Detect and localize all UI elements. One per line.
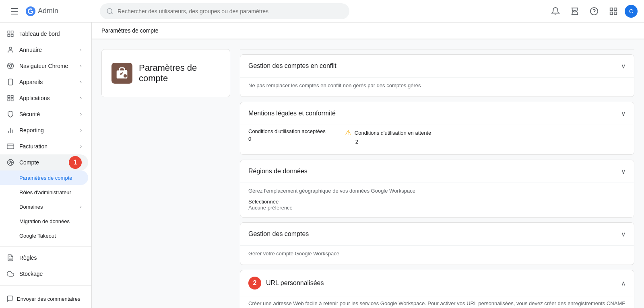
shield-icon [6,110,14,118]
panel-regions-body: Gérez l'emplacement géographique de vos … [240,183,634,217]
main-layout: Tableau de bord Annuaire › Navigateur Ch… [0,23,644,308]
panel-url: 2 URL personnalisées ∧ Créer une adresse… [240,270,634,308]
chrome-icon [6,62,14,70]
feedback-button[interactable]: Envoyer des commentaires [6,292,85,306]
chevron-right-icon: › [80,127,82,133]
account-card-title: Paramètres de compte [139,63,220,84]
panel-gestion-header[interactable]: Gestion des comptes ∨ [240,223,634,245]
account-icon [6,158,14,166]
svg-rect-10 [614,12,617,14]
url-desc: Créer une adresse Web facile à retenir p… [248,296,626,308]
panel-regions-desc: Gérez l'emplacement géographique de vos … [248,183,626,195]
panel-gestion-title: Gestion des comptes [248,230,309,238]
warning-row: ⚠ Conditions d'utilisation en attente [345,128,431,137]
mentions-row: Conditions d'utilisation acceptées 0 ⚠ C… [248,125,626,148]
chevron-down-icon: ∨ [621,168,626,175]
rule-icon [6,254,14,262]
cloud-icon [6,270,14,278]
chevron-right-icon: › [80,95,82,101]
sidebar-item-securite[interactable]: Sécurité › [0,106,88,122]
panel-conflit-title: Gestion des comptes en conflit [248,62,336,70]
sidebar-label-applications: Applications [19,95,75,101]
panel-mentions-title: Mentions légales et conformité [248,110,336,117]
briefcase-gear-icon [116,67,128,80]
compte-badge: 1 [69,156,82,169]
svg-rect-11 [8,31,10,33]
url-badge: 2 [248,277,261,290]
menu-button[interactable] [6,3,23,19]
panel-gestion: Gestion des comptes ∨ Gérer votre compte… [240,222,634,265]
svg-rect-25 [8,99,10,101]
svg-rect-7 [610,8,613,10]
page-title: Paramètres de compte [101,27,634,34]
panel-regions-header[interactable]: Régions de données ∨ [240,160,634,183]
accepted-value: 0 [248,136,326,142]
hourglass-icon [570,7,579,16]
search-input[interactable] [118,8,343,14]
svg-rect-12 [11,31,13,33]
google-logo-icon [26,6,35,16]
sidebar-sub-roles[interactable]: Rôles d'administrateur [0,185,88,199]
panel-regions-title: Régions de données [248,168,308,175]
chevron-up-icon: ∧ [621,279,626,287]
page-header: Paramètres de compte [92,23,644,39]
panel-url-body: Créer une adresse Web facile à retenir p… [240,296,634,308]
sidebar-item-annuaire[interactable]: Annuaire › [0,42,88,58]
chevron-right-icon: › [80,79,82,85]
chevron-down-icon: ∨ [621,110,626,117]
svg-rect-24 [11,95,13,97]
topbar-right: C [547,3,638,19]
settings-panels: Gestion des comptes en conflit ∨ Ne pas … [240,49,634,308]
sidebar-item-compte[interactable]: Compte 1 [0,154,88,170]
apps-icon [6,94,14,102]
panel-mentions: Mentions légales et conformité ∨ Conditi… [240,102,634,155]
devices-icon [6,78,14,86]
sidebar-item-stockage[interactable]: Stockage [0,266,88,282]
sidebar-item-facturation[interactable]: Facturation › [0,138,88,154]
sidebar-label-reporting: Reporting [19,127,75,133]
hourglass-button[interactable] [567,3,583,19]
help-button[interactable] [586,3,602,19]
search-icon [106,8,114,15]
svg-point-35 [124,74,127,78]
accepted-label: Conditions d'utilisation acceptées [248,128,326,134]
sidebar-label-compte: Compte [19,159,64,166]
topbar-left: Admin [6,3,95,19]
apps-button[interactable] [605,3,621,19]
app-title: Admin [38,7,58,15]
panel-conflit-header[interactable]: Gestion des comptes en conflit ∨ [240,55,634,77]
sidebar-sub-takeout[interactable]: Google Takeout [0,228,88,243]
svg-rect-26 [11,99,13,101]
mentions-pending: ⚠ Conditions d'utilisation en attente 2 [345,128,431,145]
svg-rect-8 [614,8,617,10]
warning-icon: ⚠ [345,128,351,137]
chevron-right-icon: › [80,144,82,149]
sidebar-item-reporting[interactable]: Reporting › [0,122,88,138]
content-area: Paramètres de compte Paramètres de compt… [92,23,644,308]
sidebar-item-tableau[interactable]: Tableau de bord [0,26,88,42]
sidebar-item-chrome[interactable]: Navigateur Chrome › [0,58,88,74]
sidebar-sub-migration[interactable]: Migration de données [0,214,88,228]
sidebar-label-regles: Règles [19,255,82,261]
notifications-button[interactable] [547,3,564,19]
avatar[interactable]: C [625,5,638,18]
chevron-right-icon: › [80,111,82,117]
panel-conflit-desc: Ne pas remplacer les comptes en conflit … [248,78,626,90]
svg-rect-9 [610,12,613,14]
logo-area: Admin [26,6,58,16]
sidebar-sub-domaines[interactable]: Domaines › [0,199,88,214]
sidebar-item-appareils[interactable]: Appareils › [0,74,88,90]
search-bar[interactable] [100,3,349,19]
chevron-down-icon: ∨ [621,62,626,70]
sidebar-item-regles[interactable]: Règles [0,250,88,266]
sidebar-sub-parametres[interactable]: Paramètres de compte [0,170,88,185]
sidebar-footer: Envoyer des commentaires © 2024 Google I… [0,285,91,308]
svg-rect-14 [11,35,13,37]
panel-mentions-header[interactable]: Mentions légales et conformité ∨ [240,102,634,125]
panel-url-title: URL personnalisées [266,279,324,287]
panel-regions: Régions de données ∨ Gérez l'emplacement… [240,160,634,218]
panel-url-header[interactable]: 2 URL personnalisées ∧ [240,270,634,296]
sidebar-item-applications[interactable]: Applications › [0,90,88,106]
panel-conflit: Gestion des comptes en conflit ∨ Ne pas … [240,54,634,97]
grid-icon [6,30,14,38]
